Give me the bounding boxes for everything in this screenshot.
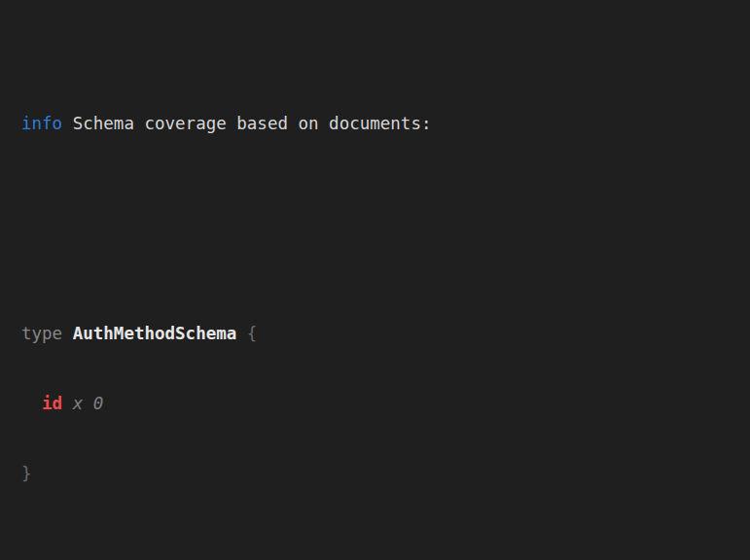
blank-line (21, 205, 740, 228)
terminal-output[interactable]: info Schema coverage based on documents:… (0, 0, 750, 560)
field-count: x 0 (73, 394, 104, 413)
type-declaration-authmethodschema: type AuthMethodSchema { (21, 322, 740, 345)
open-brace: { (247, 324, 258, 343)
field-line-id: id x 0 (21, 392, 740, 415)
blank-line (21, 555, 740, 560)
close-brace-line: } (21, 462, 740, 485)
close-brace: } (21, 464, 32, 483)
type-keyword: type (21, 324, 62, 343)
type-name: AuthMethodSchema (73, 324, 237, 343)
info-level-label: info (21, 114, 62, 133)
field-name: id (42, 394, 62, 413)
info-line: info Schema coverage based on documents: (21, 112, 740, 135)
info-message: Schema coverage based on documents: (73, 114, 432, 133)
